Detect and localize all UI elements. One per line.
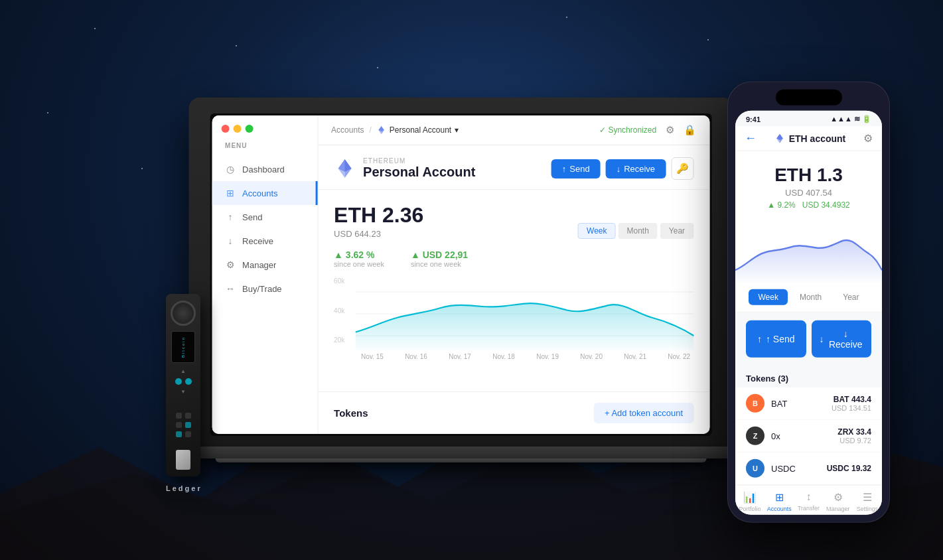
x-axis-labels: Nov. 15 Nov. 16 Nov. 17 Nov. 18 Nov. 19 …: [358, 353, 693, 360]
sidebar-item-send[interactable]: ↑ Send: [212, 205, 317, 229]
phone-gains: ▲ 9.2% USD 34.4932: [746, 200, 871, 210]
stat-percent: ▲ 3.62 % since one week: [334, 249, 384, 268]
key-button[interactable]: 🔑: [671, 157, 693, 180]
ledger-extra-buttons: [176, 400, 191, 450]
phone-month-btn[interactable]: Month: [790, 289, 831, 305]
phone-header: ← ETH account ⚙: [735, 126, 882, 151]
phone-account-title: ETH account: [789, 133, 846, 143]
add-token-button[interactable]: + Add token account: [594, 403, 693, 423]
ethereum-logo: [334, 158, 355, 179]
minimize-button[interactable]: [233, 125, 241, 133]
receive-down-icon: ↓: [617, 164, 621, 174]
phone-year-btn[interactable]: Year: [834, 289, 868, 305]
nav-manager[interactable]: ⚙ Manager: [824, 491, 853, 512]
current-account-name: Personal Account: [390, 125, 451, 135]
menu-label: MENU: [212, 142, 317, 157]
phone-actions: ↑ ↑ Send ↓ ↓ Receive: [735, 313, 882, 366]
settings-nav-icon: ☰: [863, 491, 872, 504]
accounts-nav-icon: ⊞: [775, 491, 784, 504]
ledger-left-btn[interactable]: [175, 378, 182, 385]
ledger-screen-text: Bitcoin: [181, 336, 185, 358]
phone-receive-button[interactable]: ↓ ↓ Receive: [812, 320, 872, 358]
phone-time-selector: Week Month Year: [735, 283, 882, 313]
sync-indicator: ✓ Synchronized: [599, 125, 656, 135]
zrx-balance: ZRX 33.4 USD 9.72: [837, 427, 871, 445]
stat-percent-value: ▲ 3.62 %: [334, 249, 384, 260]
x-label-3: Nov. 17: [449, 353, 471, 360]
account-title-area: ETHEREUM Personal Account: [334, 157, 475, 180]
month-button[interactable]: Month: [618, 223, 657, 239]
phone-tokens-header: Tokens (3): [735, 366, 882, 387]
breadcrumb-accounts[interactable]: Accounts: [331, 125, 364, 135]
phone-usd-amount: USD 407.54: [746, 188, 871, 198]
ledger-right-btn[interactable]: [185, 378, 192, 385]
zrx-amount: ZRX 33.4: [837, 427, 871, 437]
phone-settings-icon[interactable]: ⚙: [863, 132, 873, 145]
ledger-main-button[interactable]: [171, 301, 196, 326]
sidebar-item-buytrade[interactable]: ↔ Buy/Trade: [212, 277, 317, 301]
phone-eth-amount: ETH 1.3: [746, 165, 871, 186]
phone-signal: ▲▲▲ ≋ 🔋: [830, 115, 871, 123]
sync-check-icon: ✓: [599, 125, 606, 135]
account-actions: ↑ Send ↓ Receive 🔑: [551, 157, 693, 180]
receive-label: Receive: [624, 164, 655, 174]
sidebar-item-dashboard[interactable]: ◷ Dashboard: [212, 157, 317, 181]
send-up-icon: ↑: [562, 164, 567, 174]
y-label-20k: 20k: [334, 336, 344, 344]
nav-portfolio-label: Portfolio: [739, 506, 761, 512]
sidebar-label-buytrade: Buy/Trade: [242, 284, 282, 294]
ledger-brand-label: Ledger: [166, 484, 202, 492]
lock-icon[interactable]: 🔒: [684, 124, 696, 136]
laptop-container: MENU ◷ Dashboard ⊞ Accounts ↑ Send ↓: [188, 98, 733, 462]
send-button[interactable]: ↑ Send: [551, 159, 601, 178]
main-content: Accounts / Personal Account ▾: [318, 115, 709, 434]
token-usdc[interactable]: U USDC USDC 19.32: [735, 453, 882, 485]
sidebar-label-receive: Receive: [242, 236, 273, 246]
phone-week-btn[interactable]: Week: [749, 289, 787, 305]
time-selector: Week Month Year: [578, 223, 693, 239]
phone-receive-label: ↓ Receive: [828, 328, 864, 350]
ledger-device: Bitcoin ▲ ▼: [166, 294, 202, 494]
phone-receive-icon: ↓: [820, 334, 824, 344]
sidebar-item-manager[interactable]: ⚙ Manager: [212, 253, 317, 277]
settings-icon[interactable]: ⚙: [666, 124, 674, 136]
week-button[interactable]: Week: [578, 223, 615, 239]
nav-settings[interactable]: ☰ Settings: [853, 491, 882, 512]
nav-portfolio[interactable]: 📊 Portfolio: [735, 491, 764, 512]
sidebar-item-accounts[interactable]: ⊞ Accounts: [212, 181, 317, 205]
bat-balance: BAT 443.4 USD 134.51: [832, 395, 871, 412]
bat-amount: BAT 443.4: [832, 395, 871, 404]
x-label-2: Nov. 16: [405, 353, 427, 360]
eth-label: ETHEREUM: [363, 157, 475, 165]
sidebar-label-send: Send: [242, 212, 262, 222]
phone-chart-svg: [735, 216, 882, 283]
app-window: MENU ◷ Dashboard ⊞ Accounts ↑ Send ↓: [212, 115, 709, 434]
ledger-nav-buttons: ▲ ▼: [175, 368, 192, 395]
topbar-right: ✓ Synchronized ⚙ 🔒: [599, 124, 696, 136]
tokens-section: Tokens + Add token account: [318, 391, 709, 434]
transfer-nav-icon: ↕: [806, 491, 812, 503]
sidebar-label-accounts: Accounts: [242, 188, 277, 198]
star: [236, 45, 237, 46]
nav-transfer[interactable]: ↕ Transfer: [794, 491, 823, 512]
y-axis-labels: 60k 40k 20k: [334, 277, 344, 344]
chevron-icon: ▾: [455, 125, 459, 135]
accounts-icon: ⊞: [225, 188, 236, 198]
receive-button[interactable]: ↓ Receive: [606, 159, 666, 178]
close-button[interactable]: [221, 125, 229, 133]
nav-settings-label: Settings: [857, 506, 879, 512]
token-bat[interactable]: B BAT BAT 443.4 USD 134.51: [735, 387, 882, 420]
token-0x[interactable]: Z 0x ZRX 33.4 USD 9.72: [735, 420, 882, 453]
nav-manager-label: Manager: [826, 506, 850, 512]
nav-accounts[interactable]: ⊞ Accounts: [764, 491, 794, 512]
year-button[interactable]: Year: [660, 223, 693, 239]
x-label-4: Nov. 18: [492, 353, 515, 360]
ledger-body: Bitcoin ▲ ▼: [166, 294, 200, 476]
maximize-button[interactable]: [245, 125, 253, 133]
buytrade-icon: ↔: [225, 283, 236, 294]
back-button[interactable]: ←: [745, 131, 757, 145]
phone-title: ETH account: [774, 133, 846, 143]
phone-send-button[interactable]: ↑ ↑ Send: [746, 320, 806, 358]
sidebar-item-receive[interactable]: ↓ Receive: [212, 229, 317, 253]
account-name: Personal Account: [363, 165, 475, 180]
